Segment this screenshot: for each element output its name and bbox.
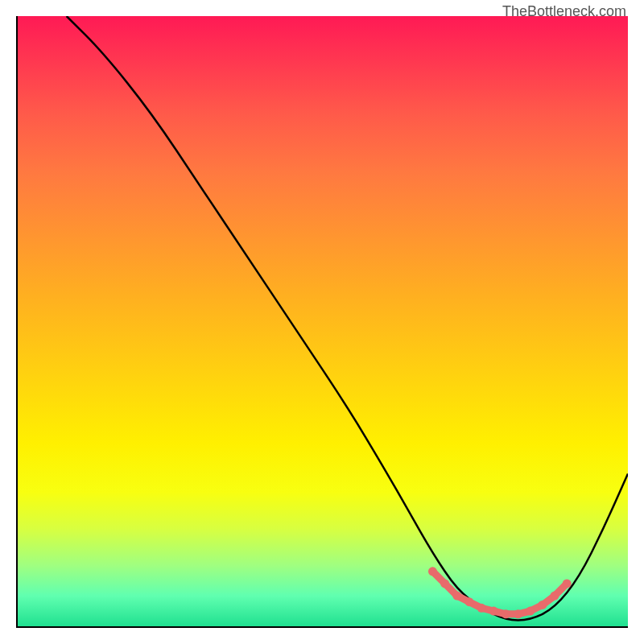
marker-connector — [432, 572, 567, 614]
marker-dot — [502, 609, 510, 618]
marker-dot — [526, 607, 535, 616]
marker-dot — [440, 579, 449, 588]
marker-dot — [551, 592, 559, 601]
marker-dot — [489, 607, 498, 616]
marker-dot — [538, 601, 547, 609]
main-curve — [67, 16, 628, 620]
marker-dot — [514, 609, 522, 618]
marker-dot — [477, 604, 486, 613]
marker-dot — [452, 592, 461, 601]
marker-dot — [563, 579, 572, 588]
marker-dot — [428, 567, 437, 576]
marker-dot — [464, 597, 473, 606]
plot-area — [16, 16, 628, 628]
chart-svg — [18, 16, 628, 626]
chart-container: TheBottleneck.com — [0, 0, 644, 644]
